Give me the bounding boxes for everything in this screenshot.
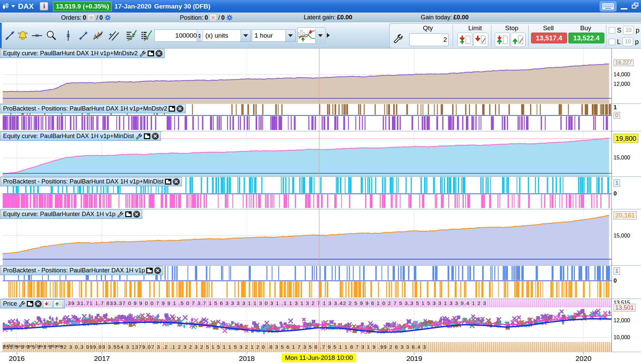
chart-type-button[interactable] <box>297 27 326 44</box>
close-icon[interactable]: ✕ <box>35 300 42 307</box>
gain-today-value: £0.00 <box>453 14 469 21</box>
close-icon[interactable]: ✕ <box>133 211 140 218</box>
detach-window-icon[interactable] <box>27 301 33 307</box>
alert-bell-icon[interactable] <box>16 29 29 42</box>
sell-marker-button[interactable] <box>43 300 52 308</box>
sell-stop-order-button[interactable] <box>511 33 526 47</box>
wrench-icon[interactable] <box>139 50 146 57</box>
regression-channel-tool-icon[interactable] <box>92 29 105 42</box>
restore-window-icon[interactable] <box>631 2 639 11</box>
info-icon[interactable]: i <box>40 2 48 11</box>
stop-s-value: 10 <box>625 27 631 33</box>
panel-title-bar[interactable]: ProBacktest - Positions: PaulBarHunt DAX… <box>0 104 186 113</box>
positions-panel-1: 10 ProBacktest - Positions: PaulBarHunt … <box>0 104 641 131</box>
instrument-dropdown-icon[interactable] <box>11 5 15 7</box>
orders-count-2: 0 <box>99 14 103 21</box>
stop-l-value: 10 <box>625 39 631 45</box>
sell-button[interactable]: 13,517.4 <box>531 33 567 43</box>
value-axis-gutter: 10 <box>611 177 641 209</box>
close-icon[interactable]: ✕ <box>176 105 184 112</box>
panel-title-bar[interactable]: ProBacktest - Positions: PaulBarHunter D… <box>0 266 163 275</box>
gain-today-label: Gain today: <box>421 14 452 21</box>
price-axis-gutter: 13,51513,50112,00010,000 <box>611 299 641 352</box>
panel-title-bar[interactable]: Equity curve: PaulBarHunt DAX 1H v1p+Min… <box>0 132 161 141</box>
orders-settings-gear-icon[interactable] <box>104 14 111 21</box>
timeframe-dropdown-arrow-icon[interactable] <box>285 30 295 41</box>
wrench-icon[interactable] <box>117 211 124 218</box>
detach-window-icon[interactable] <box>144 133 150 139</box>
units-quantity-input[interactable]: 100000 <box>154 30 203 42</box>
horizontal-line-tool-icon[interactable] <box>31 29 43 42</box>
axis-label: 10,000 <box>614 334 630 341</box>
positions-panel-2: 10 ProBacktest - Positions: PaulBarHunt … <box>0 177 641 209</box>
status-bar: Orders: 0 ✕ / 0 Position: 0 ✕ / 0 Latent… <box>0 13 641 23</box>
units-spinner[interactable] <box>197 30 202 41</box>
close-icon[interactable]: ✕ <box>152 133 159 140</box>
stop-s-checkbox[interactable] <box>609 27 615 34</box>
screener-icon[interactable] <box>140 29 153 42</box>
cancel-orders-icon[interactable]: ✕ <box>88 14 95 21</box>
collapse-arrow-icon[interactable] <box>327 33 330 38</box>
buy-marker-button[interactable] <box>54 300 63 308</box>
close-icon[interactable]: ✕ <box>155 50 163 57</box>
units-quantity-value: 100000 <box>175 32 197 39</box>
trade-results-text: 855.5 3 3 5 2 1 2 7 52 3 0.3 999.89 3.55… <box>3 344 427 350</box>
stop-l-value-box[interactable]: 10 <box>622 37 633 46</box>
trade-values-text: 2 3 .57.8 96.69 .07 2 .39 31.71 1.7 833.… <box>3 300 487 306</box>
position-count-2: 0 <box>221 14 225 21</box>
axis-label: 0 <box>614 277 617 284</box>
buy-stop-order-button[interactable] <box>495 33 510 47</box>
units-mode-dropdown[interactable]: (x) units <box>203 30 251 42</box>
year-label: 2020 <box>576 355 591 363</box>
orders-count: 0 <box>83 14 86 21</box>
divider <box>491 25 491 47</box>
position-count: 0 <box>205 14 208 21</box>
keyboard-icon[interactable] <box>600 1 617 12</box>
time-axis[interactable]: 20162017201820192020Mon 11-Jun-2018 10:0… <box>0 352 641 364</box>
toolbar: 100000 (x) units 1 hour Qty 2 Limit <box>0 22 641 49</box>
buy-button[interactable]: 13,522.4 <box>568 33 604 43</box>
vertical-line-tool-icon[interactable] <box>62 29 75 42</box>
wrench-icon[interactable] <box>135 133 143 140</box>
parallel-channel-tool-icon[interactable] <box>107 29 120 42</box>
panel-title-bar[interactable]: Price ✕ <box>0 299 65 308</box>
buy-limit-order-button[interactable] <box>457 33 472 47</box>
detach-window-icon[interactable] <box>125 211 132 217</box>
detach-window-icon[interactable] <box>146 268 153 273</box>
detach-window-icon[interactable] <box>165 179 171 185</box>
crosshair-vertical-line <box>319 48 319 352</box>
close-icon[interactable]: ✕ <box>154 267 161 274</box>
units-mode-value: (x) units <box>203 32 241 39</box>
zoom-tool-icon[interactable] <box>45 29 58 42</box>
panel-title-bar[interactable]: ProBacktest - Positions: PaulBarHunt DAX… <box>0 177 182 186</box>
sell-limit-order-button[interactable] <box>473 33 488 47</box>
panel-title-bar[interactable]: Equity curve: PaulBarHunt DAX 1H v1p+MnD… <box>0 49 165 58</box>
chart-type-dropdown-arrow-icon[interactable] <box>315 28 325 43</box>
detach-window-icon[interactable] <box>148 51 154 56</box>
timeframe-dropdown[interactable]: 1 hour <box>252 30 296 42</box>
position-settings-gear-icon[interactable] <box>226 14 233 21</box>
stop-l-checkbox[interactable] <box>609 39 615 45</box>
wrench-icon[interactable] <box>18 300 25 307</box>
close-icon[interactable]: ✕ <box>173 178 180 185</box>
stop-s-unit: p <box>636 26 639 34</box>
trendline-tool-icon[interactable] <box>3 29 16 42</box>
limit-header: Limit <box>468 24 482 32</box>
panel-title-bar[interactable]: Equity curve: PaulBarHunter DAX 1H v1p ✕ <box>0 210 142 219</box>
stop-s-value-box[interactable]: 10 <box>623 26 634 35</box>
price-axis-gutter: 16,22714,00012,000 <box>611 49 641 103</box>
position-label: Position: <box>180 14 203 21</box>
trade-settings-wrench-icon[interactable] <box>392 33 404 44</box>
axis-label: 13,501 <box>614 304 636 311</box>
price-panel: 2 3 .57.8 96.69 .07 2 .39 31.71 1.7 833.… <box>0 299 641 352</box>
minimize-icon[interactable] <box>621 8 627 9</box>
segment-tool-icon[interactable] <box>77 29 90 42</box>
qty-input[interactable]: 2 <box>409 33 449 46</box>
axis-label: 1 <box>614 267 620 275</box>
detach-window-icon[interactable] <box>169 106 175 112</box>
divider <box>453 25 453 47</box>
close-position-icon[interactable]: ✕ <box>209 14 217 21</box>
indicator-list-icon[interactable] <box>125 29 138 42</box>
units-mode-dropdown-arrow-icon[interactable] <box>241 30 250 41</box>
orders-slash: / <box>96 14 98 21</box>
